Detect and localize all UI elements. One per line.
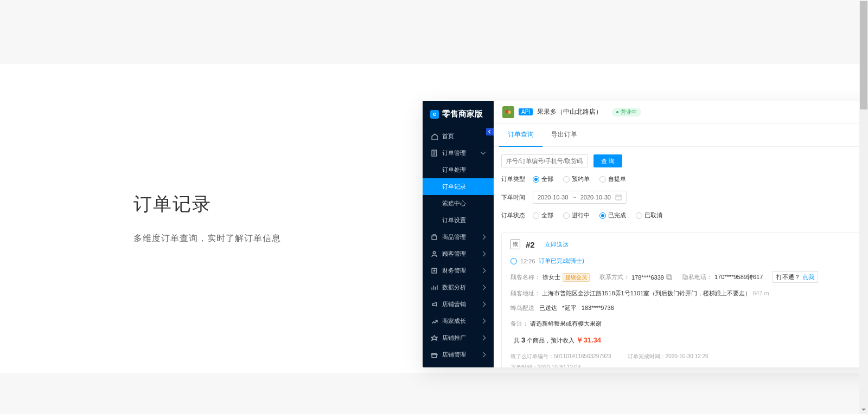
meta-done-label: 订单完成时间： [628,353,666,359]
sidebar-item-customer[interactable]: 顾客管理 [423,245,494,262]
sidebar-item-label: 数据分析 [442,283,466,292]
note-label: 备注： [510,320,528,327]
date-end: 2020-10-30 [580,194,611,200]
meta-place-label: 下单时间： [510,364,538,367]
cant-reach-link[interactable]: 点我 [802,273,814,281]
svg-point-7 [508,111,511,114]
sidebar-item-label: 订单记录 [442,183,466,191]
order-status-radio[interactable]: 进行中 [563,211,590,219]
customer-name: 徐女士 [542,273,560,281]
sidebar-subitem[interactable]: 订单设置 [423,212,494,229]
sidebar-item-home[interactable]: 首页 [423,128,494,145]
cant-reach-label: 打不通？ [776,273,800,281]
sidebar-item-product[interactable]: 商品管理 [423,229,494,245]
svg-point-2 [433,251,435,254]
order-status-radio[interactable]: 全部 [533,211,553,219]
sidebar-item-label: 订单设置 [442,216,466,224]
marketing-icon [430,301,438,308]
scroll-thumb[interactable] [860,1,867,109]
tab[interactable]: 导出订单 [542,124,586,146]
sidebar-item-academy[interactable]: 商家学院 [423,363,494,367]
sidebar-subitem[interactable]: 订单记录 [423,178,494,195]
addr-label: 顾客地址： [510,290,540,296]
order-type-radio[interactable]: 全部 [533,175,553,183]
rider-name: *延平 [562,305,576,311]
order-type-radio[interactable]: 自提单 [599,175,626,183]
promo-icon [430,334,438,342]
sidebar-item-store[interactable]: 店铺管理 [423,346,494,363]
svg-rect-8 [616,195,621,200]
note-text: 请选新鲜整果或有樱大果谢 [530,320,602,327]
radio-label: 已完成 [608,211,626,219]
radio-label: 预约单 [572,175,590,183]
filters: 查 询 订单类型 全部预约单自提单 下单时间 2020-10-30 ~ 2020… [494,147,868,232]
store-icon [430,351,438,359]
order-type-radio[interactable]: 预约单 [563,175,590,183]
customer-label: 顾客名称： [510,273,540,281]
page-scrollbar[interactable] [859,0,868,414]
deliver-now-button[interactable]: 立即送达 [545,241,569,249]
order-icon [430,150,438,157]
search-input[interactable] [501,154,588,167]
vip-badge: 超级会员 [563,273,590,282]
status-time: 12:26 [520,258,535,264]
order-list: 饿 #2 立即送达 12:26 订单已完成(骑士) 顾客名称： 徐女士 超级会员 [494,232,868,367]
store-status-badge: 营业中 [612,108,641,117]
scroll-down-button[interactable] [859,405,868,414]
addr-text: 上海市普陀区金沙江路1518弄1号1101室（到后拨门铃开门，楼梯跟上不要走） [542,290,751,296]
meta-done: 2020-10-30 12:26 [666,353,709,359]
radio-label: 全部 [541,175,553,183]
topbar: API 果果多（中山北路店） 营业中 [494,101,868,124]
tabs: 订单查询导出订单 [494,124,868,147]
date-start: 2020-10-30 [538,194,568,200]
radio-dot-icon [563,212,570,219]
svg-rect-10 [667,275,671,279]
sidebar-item-label: 订单管理 [442,149,466,157]
privacy-phone: 170****9589转617 [714,273,763,281]
main-content: API 果果多（中山北路店） 营业中 订单查询导出订单 查 询 订单类型 全部预… [494,101,868,367]
sidebar-subitem[interactable]: 订单处理 [423,161,494,178]
marketing-subtitle: 多维度订单查询，实时了解订单信息 [133,233,281,244]
sidebar-item-label: 首页 [442,132,454,140]
order-type-label: 订单类型 [501,175,527,183]
tab[interactable]: 订单查询 [499,124,542,147]
brand: e 零售商家版 [423,101,494,128]
dispatch-status: 已送达 [539,305,557,311]
addr-distance: 847 m [752,290,769,296]
sidebar-subitem[interactable]: 索赔中心 [423,195,494,212]
sidebar: e 零售商家版 首页订单管理订单处理订单记录索赔中心订单设置商品管理顾客管理财务… [423,101,494,367]
order-card: 饿 #2 立即送达 12:26 订单已完成(骑士) 顾客名称： 徐女士 超级会员 [501,232,868,367]
order-time-label: 下单时间 [501,193,527,202]
sidebar-item-data[interactable]: 数据分析 [423,279,494,296]
search-button[interactable]: 查 询 [593,154,622,167]
order-status-line: 12:26 订单已完成(骑士) [510,257,868,265]
sidebar-item-order[interactable]: 订单管理 [423,145,494,161]
order-status-radio[interactable]: 已完成 [599,211,626,219]
sidebar-item-label: 店铺推广 [442,334,466,342]
radio-label: 自提单 [608,175,626,183]
date-range-picker[interactable]: 2020-10-30 ~ 2020-10-30 [533,191,627,204]
sidebar-item-label: 财务管理 [442,267,466,275]
sidebar-item-growth[interactable]: 商家成长 [423,313,494,329]
order-status-radio[interactable]: 已取消 [636,211,662,219]
order-summary: 共 3 个商品，预计收入 ￥31.34 [510,335,868,345]
sidebar-item-marketing[interactable]: 店铺营销 [423,296,494,313]
order-number: #2 [526,240,535,249]
marketing-copy: 订单记录 多维度订单查询，实时了解订单信息 [133,192,281,244]
contact-label: 联系方式： [599,273,629,281]
store-avatar-icon [502,106,514,118]
order-source-badge: 饿 [510,240,520,249]
radio-dot-icon [533,212,539,219]
data-icon [430,284,438,292]
brand-text: 零售商家版 [442,109,483,119]
sidebar-item-promo[interactable]: 店铺推广 [423,329,494,346]
api-badge: API [519,108,533,115]
sidebar-item-finance[interactable]: 财务管理 [423,262,494,279]
sidebar-item-label: 店铺管理 [442,351,466,359]
home-icon [430,133,438,140]
meta-place: 2020-10-30 12:03 [538,364,580,367]
radio-label: 进行中 [572,211,590,219]
svg-rect-1 [432,236,437,240]
finance-icon [430,267,438,275]
copy-icon[interactable] [666,274,673,281]
